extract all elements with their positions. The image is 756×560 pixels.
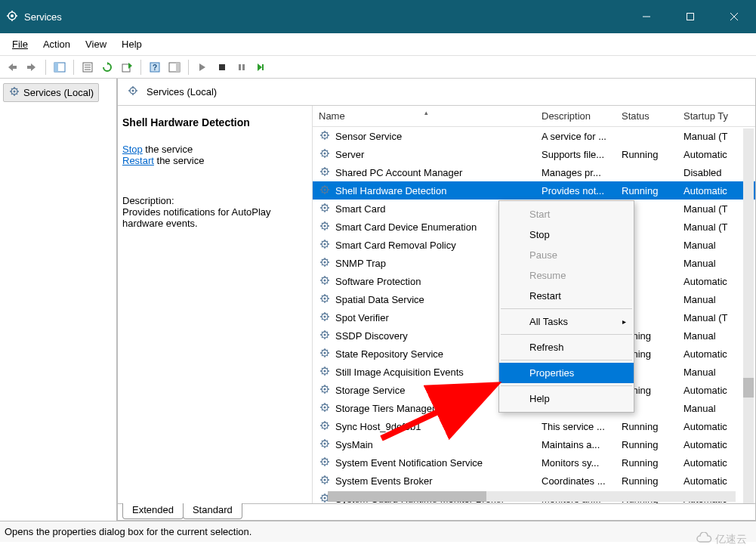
svg-line-137 <box>327 277 328 278</box>
tree-root-label: Services (Local) <box>23 87 94 98</box>
svg-point-160 <box>324 333 326 336</box>
context-menu-help[interactable]: Help <box>499 388 634 409</box>
menu-file[interactable]: File <box>5 36 35 53</box>
column-startup-type[interactable]: Startup Ty <box>677 110 738 122</box>
gear-icon <box>8 85 20 100</box>
service-startup-type: Manual <box>677 240 738 251</box>
show-hide-action-pane-button[interactable] <box>165 58 184 76</box>
svg-line-166 <box>327 337 328 338</box>
service-row[interactable]: System Events BrokerCoordinates ...Runni… <box>313 472 755 490</box>
svg-marker-31 <box>258 63 262 71</box>
close-button[interactable] <box>712 0 756 33</box>
tree-root-services-local[interactable]: Services (Local) <box>3 83 99 102</box>
svg-line-228 <box>322 446 322 447</box>
stop-service-link[interactable]: Stop <box>122 144 143 155</box>
svg-line-238 <box>322 464 322 465</box>
menu-action[interactable]: Action <box>35 36 78 53</box>
svg-line-39 <box>11 88 12 89</box>
svg-line-246 <box>327 482 328 483</box>
svg-point-1 <box>11 14 14 17</box>
service-startup-type: Automatic <box>677 348 738 360</box>
svg-line-255 <box>322 495 322 496</box>
column-status[interactable]: Status <box>616 110 677 122</box>
svg-line-126 <box>327 265 328 265</box>
minimize-button[interactable] <box>625 0 668 33</box>
cloud-icon <box>696 532 712 546</box>
start-service-button[interactable] <box>193 58 211 76</box>
show-hide-tree-button[interactable] <box>51 58 69 76</box>
service-startup-type: Manual <box>677 294 738 305</box>
svg-rect-32 <box>262 64 264 70</box>
svg-line-106 <box>327 228 328 229</box>
context-menu-stop[interactable]: Stop <box>499 224 634 245</box>
context-menu-properties[interactable]: Properties <box>499 363 634 383</box>
service-row[interactable]: Sync Host_9def3b1This service ...Running… <box>313 417 755 435</box>
tab-standard[interactable]: Standard <box>183 503 242 519</box>
service-name: Spatial Data Service <box>335 294 424 305</box>
service-row[interactable]: Shell Hardware DetectionProvides not...R… <box>313 181 755 200</box>
gear-icon <box>319 184 331 198</box>
vertical-scrollbar[interactable] <box>743 128 754 503</box>
back-button[interactable] <box>3 58 21 76</box>
svg-point-50 <box>324 134 326 136</box>
svg-line-245 <box>322 477 322 478</box>
menu-view[interactable]: View <box>78 36 114 53</box>
svg-line-248 <box>322 482 322 483</box>
svg-point-250 <box>324 497 326 499</box>
service-startup-type: Manual <box>677 367 738 378</box>
service-row[interactable]: ServerSupports file...RunningAutomatic <box>313 145 755 163</box>
service-row[interactable]: SysMainMaintains a...RunningAutomatic <box>313 435 755 453</box>
forward-button[interactable] <box>23 58 41 76</box>
context-menu-refresh[interactable]: Refresh <box>499 337 634 357</box>
service-name: SysMain <box>335 439 373 450</box>
service-row[interactable]: Shared PC Account ManagerManages pr...Di… <box>313 163 755 181</box>
export-button[interactable] <box>118 58 136 76</box>
svg-point-34 <box>14 91 16 93</box>
pause-service-button[interactable] <box>233 58 251 76</box>
svg-line-65 <box>322 150 322 151</box>
svg-line-216 <box>327 428 328 429</box>
gear-icon <box>319 292 331 307</box>
horizontal-scrollbar[interactable] <box>328 491 736 502</box>
service-row[interactable]: System Event Notification ServiceMonitor… <box>313 453 755 472</box>
service-startup-type: Automatic <box>677 457 738 469</box>
restart-service-button[interactable] <box>252 58 270 76</box>
horizontal-scroll-thumb[interactable] <box>328 491 486 502</box>
refresh-button[interactable] <box>98 58 116 76</box>
service-description: A service for ... <box>535 131 616 142</box>
tab-extended[interactable]: Extended <box>122 503 184 519</box>
help-button[interactable]: ? <box>146 58 164 76</box>
main-area: Services (Local) Services (Local) Shell … <box>0 79 756 521</box>
restart-service-link[interactable]: Restart <box>122 155 154 166</box>
svg-point-200 <box>324 406 326 408</box>
maximize-button[interactable] <box>668 0 712 33</box>
svg-point-170 <box>324 351 326 354</box>
context-menu-all-tasks[interactable]: All Tasks▸ <box>499 311 634 332</box>
properties-button[interactable] <box>79 58 97 76</box>
service-description: Provides not... <box>535 185 616 196</box>
svg-line-116 <box>327 246 328 247</box>
svg-line-185 <box>322 368 322 369</box>
service-description: Manages pr... <box>535 167 616 178</box>
menu-help[interactable]: Help <box>114 36 150 53</box>
service-row[interactable]: Sensor ServiceA service for ...Manual (T <box>313 127 755 145</box>
stop-service-button[interactable] <box>213 58 231 76</box>
svg-point-180 <box>324 370 326 372</box>
context-menu-restart[interactable]: Restart <box>499 286 634 306</box>
svg-line-258 <box>322 500 322 501</box>
context-menu-separator <box>501 360 632 360</box>
svg-line-56 <box>327 138 328 138</box>
gear-icon <box>319 238 331 252</box>
vertical-scroll-thumb[interactable] <box>743 378 754 398</box>
svg-line-186 <box>327 373 328 374</box>
service-startup-type: Automatic <box>677 421 738 432</box>
svg-line-117 <box>327 241 328 242</box>
svg-marker-12 <box>31 63 35 71</box>
svg-text:?: ? <box>153 63 157 72</box>
column-name[interactable]: ▴Name <box>313 110 535 122</box>
column-description[interactable]: Description <box>535 110 616 122</box>
service-description: This service ... <box>535 421 616 432</box>
service-startup-type: Automatic <box>677 385 738 396</box>
service-name: Sync Host_9def3b1 <box>335 421 421 432</box>
svg-line-57 <box>327 132 328 133</box>
